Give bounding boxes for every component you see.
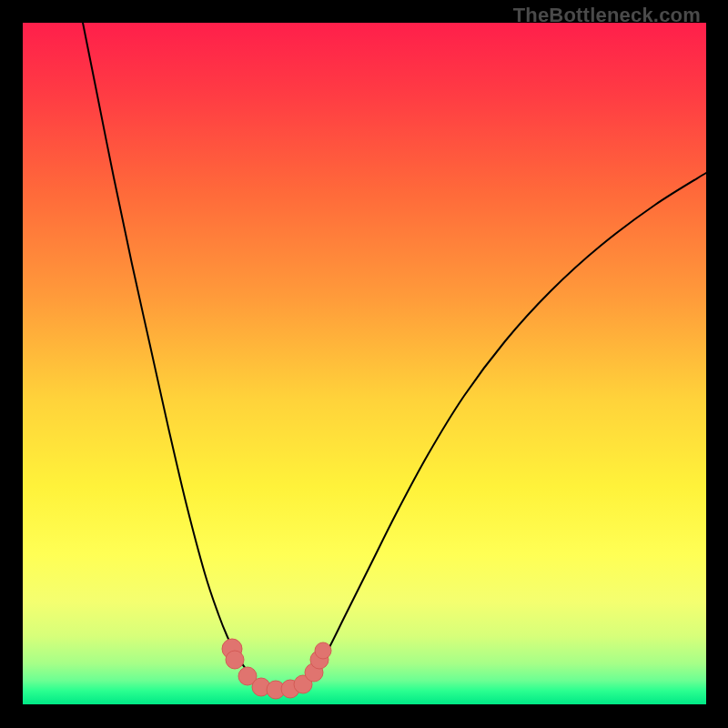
- chart-frame: [23, 23, 706, 704]
- attribution-watermark: TheBottleneck.com: [513, 4, 701, 27]
- chart-svg: [23, 23, 706, 704]
- marker-dot: [315, 642, 331, 659]
- bottleneck-curve: [83, 23, 706, 691]
- marker-cluster: [222, 639, 331, 699]
- marker-dot: [226, 651, 244, 669]
